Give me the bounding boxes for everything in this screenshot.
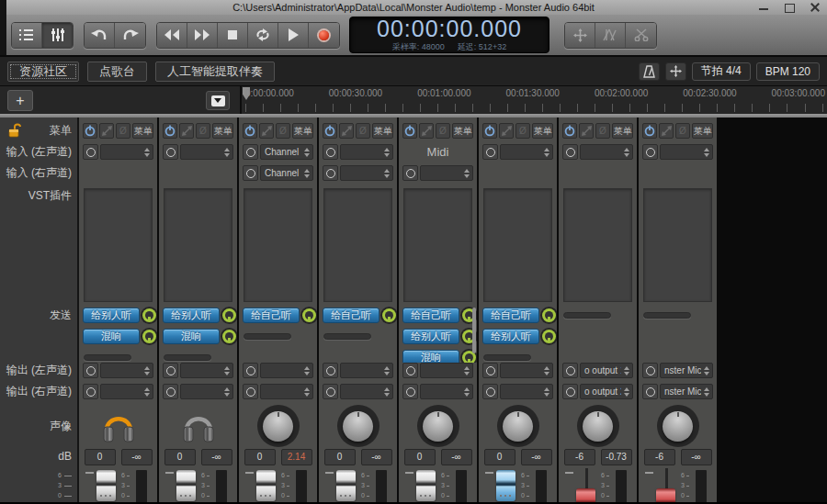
- peak-value[interactable]: -∞: [361, 449, 392, 465]
- send-button[interactable]: 给别人听: [482, 329, 539, 344]
- channel-power-button[interactable]: [243, 123, 257, 139]
- time-ruler[interactable]: 0:00:00.00000:00:30.00000:01:00.00000:01…: [242, 86, 827, 114]
- output-monitor-toggle[interactable]: [243, 384, 258, 399]
- send-button[interactable]: 给自己听: [243, 308, 300, 323]
- channel-power-button[interactable]: [482, 123, 497, 139]
- tab-ai-extract-accompaniment[interactable]: 人工智能提取伴奏: [155, 62, 275, 82]
- send-level-slider[interactable]: [323, 333, 371, 340]
- volume-fader[interactable]: [576, 488, 595, 502]
- maximize-button[interactable]: [783, 2, 796, 13]
- send-button[interactable]: 给别人听: [83, 308, 140, 323]
- input-select[interactable]: Channel L: [260, 144, 313, 160]
- peak-value[interactable]: -∞: [681, 449, 712, 465]
- channel-power-button[interactable]: [402, 123, 417, 139]
- peak-value[interactable]: -∞: [441, 449, 472, 465]
- send-button[interactable]: 混响: [83, 329, 140, 344]
- output-select[interactable]: [340, 384, 393, 399]
- output-monitor-toggle[interactable]: [323, 363, 338, 378]
- send-knob[interactable]: [542, 330, 556, 343]
- peak-value[interactable]: -∞: [121, 449, 153, 465]
- pan-knob[interactable]: [497, 405, 539, 447]
- send-scrollbar[interactable]: [472, 308, 476, 353]
- send-knob[interactable]: [382, 308, 396, 322]
- track-list-view-button[interactable]: [12, 23, 42, 48]
- volume-fader[interactable]: [176, 470, 196, 501]
- channel-menu-button[interactable]: 菜单: [692, 123, 713, 139]
- gain-value[interactable]: 0: [164, 449, 196, 465]
- metronome-button[interactable]: [639, 62, 660, 81]
- stop-button[interactable]: [218, 23, 248, 48]
- channel-bypass-button[interactable]: Ø: [356, 123, 370, 139]
- send-level-slider[interactable]: [84, 354, 131, 361]
- input-monitor-toggle[interactable]: [642, 144, 658, 160]
- tab-song-request[interactable]: 点歌台: [87, 62, 147, 82]
- pan-knob[interactable]: [257, 405, 300, 447]
- move-tool-button[interactable]: [565, 23, 595, 48]
- redo-button[interactable]: [115, 23, 145, 48]
- input-monitor-toggle[interactable]: [243, 144, 258, 160]
- channel-power-button[interactable]: [642, 123, 657, 139]
- input-monitor-toggle[interactable]: [402, 165, 418, 181]
- output-monitor-toggle[interactable]: [562, 384, 578, 399]
- vst-plugin-area[interactable]: [483, 188, 552, 302]
- channel-expand-button[interactable]: [499, 123, 514, 139]
- output-monitor-toggle[interactable]: [482, 384, 498, 399]
- send-knob[interactable]: [142, 308, 156, 322]
- pan-knob[interactable]: [417, 405, 459, 447]
- input-select[interactable]: [420, 165, 473, 181]
- channel-bypass-button[interactable]: Ø: [675, 123, 690, 139]
- play-button[interactable]: [278, 23, 309, 48]
- vst-plugin-area[interactable]: [643, 188, 712, 302]
- output-monitor-toggle[interactable]: [243, 363, 258, 378]
- send-button[interactable]: 混响: [402, 350, 459, 363]
- channel-bypass-button[interactable]: Ø: [276, 123, 290, 139]
- rewind-button[interactable]: [157, 23, 187, 48]
- input-select[interactable]: [100, 144, 153, 160]
- volume-fader[interactable]: [336, 470, 356, 501]
- vst-plugin-area[interactable]: [403, 188, 472, 302]
- send-button[interactable]: 给自己听: [323, 308, 380, 323]
- vst-plugin-area[interactable]: [244, 188, 312, 302]
- input-select[interactable]: [340, 165, 393, 181]
- lock-icon[interactable]: [7, 123, 23, 141]
- channel-menu-button[interactable]: 菜单: [292, 123, 313, 139]
- channel-bypass-button[interactable]: Ø: [515, 123, 530, 139]
- pan-knob[interactable]: [657, 405, 699, 447]
- channel-expand-button[interactable]: [179, 123, 194, 139]
- vst-plugin-area[interactable]: [84, 188, 153, 302]
- output-monitor-toggle[interactable]: [482, 363, 498, 378]
- send-level-slider[interactable]: [563, 312, 611, 319]
- channel-menu-button[interactable]: 菜单: [532, 123, 553, 139]
- peak-value[interactable]: -∞: [201, 449, 232, 465]
- output-monitor-toggle[interactable]: [83, 363, 98, 378]
- volume-fader[interactable]: [416, 470, 436, 501]
- send-button[interactable]: 给自己听: [482, 308, 539, 323]
- peak-value[interactable]: -0.73: [601, 449, 632, 465]
- input-monitor-toggle[interactable]: [323, 165, 338, 181]
- input-monitor-toggle[interactable]: [163, 144, 178, 160]
- gain-value[interactable]: 0: [484, 449, 515, 465]
- vst-plugin-area[interactable]: [323, 188, 392, 302]
- output-select[interactable]: [180, 384, 233, 399]
- input-monitor-toggle[interactable]: [243, 165, 258, 181]
- channel-bypass-button[interactable]: Ø: [116, 123, 130, 139]
- channel-expand-button[interactable]: [99, 123, 114, 139]
- channel-expand-button[interactable]: [339, 123, 354, 139]
- input-monitor-toggle[interactable]: [83, 144, 98, 160]
- input-select[interactable]: [660, 144, 713, 160]
- gain-value[interactable]: 0: [85, 449, 116, 465]
- input-monitor-toggle[interactable]: [482, 144, 498, 160]
- peak-value[interactable]: -∞: [521, 449, 552, 465]
- output-monitor-toggle[interactable]: [163, 363, 178, 378]
- send-button[interactable]: 给别人听: [402, 329, 459, 344]
- send-level-slider[interactable]: [483, 354, 531, 361]
- send-knob[interactable]: [142, 330, 156, 343]
- peak-value[interactable]: 2.14: [281, 449, 312, 465]
- output-select[interactable]: [420, 384, 473, 399]
- cut-tool-button[interactable]: [626, 23, 656, 48]
- gain-value[interactable]: -6: [644, 449, 675, 465]
- input-select[interactable]: [340, 144, 393, 160]
- vst-plugin-area[interactable]: [563, 188, 632, 302]
- output-monitor-toggle[interactable]: [323, 384, 338, 399]
- track-options-dropdown[interactable]: [206, 91, 230, 110]
